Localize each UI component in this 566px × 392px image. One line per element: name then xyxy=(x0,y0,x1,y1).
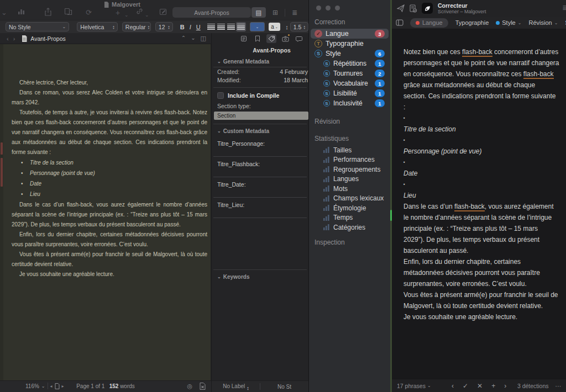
tab-style[interactable]: Style⌄ xyxy=(496,19,521,26)
document-view-button[interactable]: ▤ xyxy=(251,7,266,18)
outline-view-button[interactable]: ≣ xyxy=(287,7,302,18)
reject-button[interactable]: ✕ xyxy=(477,382,483,390)
italic-button[interactable]: I xyxy=(190,24,191,30)
custom-field-titre-flashback-[interactable]: Titre_Flashback: xyxy=(212,157,308,177)
font-select[interactable]: Helvetica▴▾ xyxy=(77,22,118,31)
previous-document-button[interactable]: ⌃ xyxy=(181,35,186,42)
highlight-dropdown[interactable]: a⌄ xyxy=(269,23,281,31)
quick-reference-icon[interactable] xyxy=(159,8,167,15)
correction-item-style[interactable]: SStyle6 xyxy=(311,49,389,59)
statistics-item-regroupements[interactable]: Regroupements xyxy=(309,165,390,174)
next-document-button[interactable]: ⌄ xyxy=(191,35,195,42)
custom-metadata-header[interactable]: ⌄ Custom Metadata xyxy=(212,124,308,136)
statistics-heading[interactable]: Statistiques xyxy=(309,128,390,145)
flagged-word[interactable]: flash-back xyxy=(454,203,485,211)
metadata-tab[interactable] xyxy=(266,34,276,43)
correction-item-lisibilite[interactable]: SLisibilité1 xyxy=(311,88,389,98)
correction-item-tournures[interactable]: STournures2 xyxy=(311,68,389,78)
correction-item-vocabulaire[interactable]: SVocabulaire1 xyxy=(311,78,389,88)
statistics-item-champs-lexicaux[interactable]: Champs lexicaux xyxy=(309,194,390,204)
comments-tab[interactable] xyxy=(294,34,304,43)
modified-row: Modified: 18 March xyxy=(212,76,308,84)
previous-detection-button[interactable]: ‹ xyxy=(452,382,454,390)
antidote-app-icon[interactable] xyxy=(422,3,433,14)
correcteur-text[interactable]: Notez bien que ces flash-back concernero… xyxy=(392,29,566,379)
phrases-dropdown[interactable]: 17 phrases ⌄ xyxy=(397,383,431,389)
correction-item-langue[interactable]: ✓Langue3 xyxy=(311,29,389,39)
toolbar-search-field[interactable]: Avant-Propos xyxy=(172,7,251,18)
correction-item-typographie[interactable]: TTypographie xyxy=(311,39,389,49)
section-type-dropdown[interactable]: Section xyxy=(214,112,308,120)
send-icon[interactable] xyxy=(397,4,405,12)
approve-button[interactable]: ✓ xyxy=(463,382,468,390)
statistics-item-mots[interactable]: Mots xyxy=(309,184,390,194)
bookmarks-tab[interactable] xyxy=(253,34,263,43)
snapshots-tab[interactable] xyxy=(280,34,290,43)
statistics-item-categories[interactable]: Catégories xyxy=(309,223,390,232)
correction-item-repetitions[interactable]: SRépétitions1 xyxy=(311,59,389,68)
add-to-dictionary-button[interactable]: + xyxy=(491,382,495,390)
tab-langue[interactable]: Langue xyxy=(410,18,448,28)
clear-formatting-icon[interactable] xyxy=(200,383,206,390)
style-select[interactable]: No Style ⌄ xyxy=(6,22,69,31)
snapshot-indicator-dot xyxy=(288,34,290,36)
font-size-select[interactable]: 12▴▾ xyxy=(155,22,173,31)
next-detection-button[interactable]: › xyxy=(504,382,506,390)
nav-forward-button[interactable]: › xyxy=(11,35,18,42)
add-item-chevron-icon[interactable]: ⌄ xyxy=(124,10,129,20)
general-metadata-header[interactable]: ⌄ General Metadata xyxy=(212,55,308,67)
corkboard-view-button[interactable]: ⊞ xyxy=(268,7,282,18)
link-icon[interactable] xyxy=(136,8,143,15)
label-dropdown[interactable]: No Label ▴▾ xyxy=(212,383,260,390)
tab-typographie[interactable]: Typographie xyxy=(455,19,489,26)
share-icon[interactable] xyxy=(44,8,52,16)
flagged-word[interactable]: flash-back xyxy=(523,70,554,79)
custom-field-titre-personnage-[interactable]: Titre_Personnage: xyxy=(212,136,308,157)
statistics-item-etymologie[interactable]: Étymologie xyxy=(309,203,390,213)
revision-heading[interactable]: Révision xyxy=(309,108,390,128)
minimize-button[interactable] xyxy=(326,6,331,10)
add-item-icon[interactable]: + xyxy=(116,8,120,18)
statistics-item-tailles[interactable]: Tailles xyxy=(309,145,390,155)
writing-stats-icon[interactable] xyxy=(18,8,25,15)
tab-revision[interactable]: Révision⌄ xyxy=(528,19,558,26)
text-color-dropdown[interactable]: ⌄ xyxy=(250,22,264,31)
include-in-compile-checkbox[interactable] xyxy=(217,92,224,99)
custom-field-titre-lieu-[interactable]: Titre_Lieu: xyxy=(212,198,308,218)
align-left-button[interactable] xyxy=(206,22,216,31)
editor-content[interactable]: Chère lectrice, Cher lecteur,Dans ce rom… xyxy=(12,78,207,279)
statistics-item-performances[interactable]: Performances xyxy=(309,155,390,165)
align-justify-button[interactable] xyxy=(236,22,246,31)
compile-icon[interactable] xyxy=(64,8,72,15)
align-center-button[interactable] xyxy=(216,22,226,31)
more-options-icon[interactable]: ⋯ xyxy=(555,383,562,389)
bold-button[interactable]: B xyxy=(180,24,185,30)
header-menu-icon[interactable]: ≣ xyxy=(562,4,566,12)
split-view-button[interactable]: ◫ xyxy=(201,35,206,42)
status-dropdown[interactable]: No St xyxy=(260,384,308,390)
editor-pane[interactable]: Chère lectrice, Cher lecteur,Dans ce rom… xyxy=(0,44,211,380)
change-mark xyxy=(1,142,3,155)
sidebar-toggle-button[interactable] xyxy=(396,19,403,26)
underline-button[interactable]: U xyxy=(196,24,201,30)
keywords-header[interactable]: ⌄ Keywords xyxy=(212,270,308,282)
chevron-down-icon: ⌄ xyxy=(427,383,431,388)
inspection-heading[interactable]: Inspection xyxy=(309,232,390,249)
close-button[interactable] xyxy=(316,6,321,10)
nav-back-button[interactable]: ‹ xyxy=(4,35,11,42)
sync-icon[interactable]: ⟳ xyxy=(86,8,92,18)
font-weight-select[interactable]: Regular▴▾ xyxy=(122,22,151,31)
zoom-button[interactable] xyxy=(335,6,340,10)
document-check-icon[interactable] xyxy=(410,4,417,13)
statistics-item-temps[interactable]: Temps xyxy=(309,213,390,223)
view-options-chevron-icon[interactable]: ⌄ xyxy=(1,8,7,18)
correction-item-inclusivite[interactable]: SInclusivité1 xyxy=(311,98,389,108)
link-chevron-icon[interactable]: ⌄ xyxy=(145,10,149,20)
target-icon[interactable]: ◎ xyxy=(187,383,192,390)
align-right-button[interactable] xyxy=(226,22,236,31)
flagged-word[interactable]: flash-back xyxy=(462,48,492,57)
line-spacing-select[interactable]: 1.5▴▾ xyxy=(290,22,308,31)
notes-tab[interactable] xyxy=(239,34,249,43)
statistics-item-langues[interactable]: Langues xyxy=(309,174,390,184)
custom-field-titre-date-[interactable]: Titre_Date: xyxy=(212,177,308,198)
